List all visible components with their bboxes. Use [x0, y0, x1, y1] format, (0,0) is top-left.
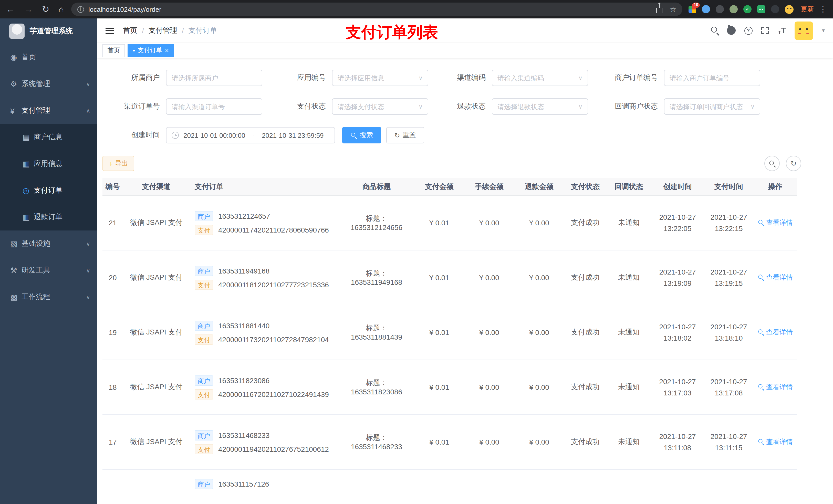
cell-id: 20: [102, 273, 123, 282]
extension-blue-icon[interactable]: [702, 5, 710, 13]
bookmark-star-icon[interactable]: ☆: [670, 5, 676, 13]
pay-order-no: 4200001194202110276752100612: [218, 445, 329, 453]
payment-submenu: ▤ 商户信息 ▦ 应用信息 ◎ 支付订单 ▥ 退款订单: [0, 124, 97, 231]
sidebar-item-label: 支付管理: [22, 106, 50, 115]
sidebar-item-label: 支付订单: [34, 186, 63, 195]
sidebar-item-label: 基础设施: [22, 239, 50, 248]
search-icon[interactable]: [711, 27, 718, 34]
logo-image: [9, 24, 25, 39]
sidebar-item-merchant-info[interactable]: ▤ 商户信息: [0, 124, 97, 150]
cell-actions: 查看详情: [753, 437, 797, 447]
pay-tag: 支付: [195, 444, 213, 454]
app-title: 芋道管理系统: [30, 27, 73, 36]
cell-pay-order: 商户1635311823086 支付4200001167202110271022…: [190, 371, 338, 403]
sidebar-item-system[interactable]: ⚙ 系统管理 ∨: [0, 71, 97, 97]
hamburger-icon[interactable]: [105, 27, 115, 33]
view-detail-link[interactable]: 查看详情: [757, 218, 793, 227]
filter-app-id: 应用编号 ∨: [275, 70, 428, 86]
filter-merchant-order-no: 商户订单编号: [600, 70, 760, 86]
url-bar[interactable]: i localhost:1024/pay/order ☆: [71, 3, 682, 16]
merchant-tag: 商户: [195, 266, 213, 276]
extension-black-icon[interactable]: [771, 5, 779, 13]
extension-emoji-icon[interactable]: [785, 5, 793, 14]
sidebar-item-refund-order[interactable]: ▥ 退款订单: [0, 204, 97, 231]
show-search-button[interactable]: [764, 156, 780, 171]
extension-check-icon[interactable]: ✓: [743, 5, 752, 13]
date-range-picker[interactable]: 2021-10-01 00:00:00 - 2021-10-31 23:59:5…: [166, 127, 335, 143]
cell-amount: ¥ 0.01: [415, 438, 463, 446]
magnifier-icon: [758, 275, 763, 280]
col-actions: 操作: [753, 182, 797, 191]
pay-status-select[interactable]: ∨: [332, 98, 428, 115]
tab-pay-order[interactable]: ● 支付订单 ×: [127, 44, 174, 57]
url-text[interactable]: localhost:1024/pay/order: [88, 5, 161, 13]
sidebar-item-pay-order[interactable]: ◎ 支付订单: [0, 177, 97, 204]
table-row: 21 微信 JSAPI 支付 商户1635312124657 支付4200001…: [102, 196, 797, 250]
filter-pay-status: 支付状态 ∨: [275, 98, 428, 115]
help-icon[interactable]: ?: [744, 26, 752, 34]
breadcrumb-home[interactable]: 首页: [123, 26, 137, 35]
github-icon[interactable]: [727, 26, 735, 35]
extension-chat-icon[interactable]: [757, 5, 765, 13]
col-channel: 支付渠道: [123, 182, 190, 191]
tab-home[interactable]: 首页: [102, 44, 125, 57]
back-icon[interactable]: ←: [6, 5, 15, 14]
fullscreen-icon[interactable]: [761, 27, 769, 34]
chevron-down-icon: ∨: [578, 103, 582, 110]
sidebar-item-label: 系统管理: [22, 79, 50, 89]
export-button[interactable]: ↓ 导出: [102, 156, 135, 171]
caret-down-icon[interactable]: ▾: [822, 27, 825, 34]
channel-code-select[interactable]: ∨: [492, 70, 588, 86]
date-separator: -: [252, 131, 255, 139]
site-info-icon[interactable]: i: [77, 6, 84, 13]
table-header: 编号 支付渠道 支付订单 商品标题 支付金额 手续金额 退款金额 支付状态 回调…: [102, 178, 797, 196]
sidebar-item-home[interactable]: ◉ 首页: [0, 44, 97, 71]
cell-channel: 微信 JSAPI 支付: [123, 328, 190, 337]
notify-status-select[interactable]: ∨: [664, 98, 760, 115]
channel-order-no-input[interactable]: [166, 98, 262, 115]
view-detail-link[interactable]: 查看详情: [757, 273, 793, 282]
app-id-select[interactable]: ∨: [332, 70, 428, 86]
cell-actions: 查看详情: [753, 273, 797, 283]
forward-icon[interactable]: →: [24, 5, 33, 14]
cell-pay-order: 商户1635311881440 支付4200001173202110272847…: [190, 317, 338, 348]
breadcrumb-pay[interactable]: 支付管理: [148, 26, 177, 35]
cell-title: 标题：1635311949168: [338, 269, 415, 286]
sidebar-item-payment[interactable]: ¥ 支付管理 ∧: [0, 97, 97, 124]
field-label: 退款状态: [441, 102, 492, 111]
browser-update-button[interactable]: 更新: [801, 5, 814, 14]
view-detail-link[interactable]: 查看详情: [757, 437, 793, 447]
font-size-icon[interactable]: TT: [778, 26, 786, 35]
cell-notify: 未通知: [607, 328, 651, 337]
cell-paid: 2021-10-2713:18:10: [705, 321, 753, 344]
browser-menu-icon[interactable]: ⋮: [819, 5, 827, 14]
avatar[interactable]: [795, 21, 813, 40]
sidebar-item-infrastructure[interactable]: ▧ 基础设施 ∨: [0, 231, 97, 257]
merchant-input[interactable]: [166, 70, 262, 86]
refresh-icon: ↻: [395, 132, 400, 139]
search-button[interactable]: 搜索: [342, 127, 381, 143]
reload-icon[interactable]: ↻: [42, 5, 49, 14]
share-icon[interactable]: [657, 8, 663, 13]
merchant-order-no-input[interactable]: [664, 70, 760, 86]
reset-button[interactable]: ↻ 重置: [386, 127, 424, 143]
view-detail-link[interactable]: 查看详情: [757, 328, 793, 337]
extension-green-icon[interactable]: [730, 5, 738, 13]
magnifier-icon: [758, 220, 763, 225]
sidebar-item-dev-tools[interactable]: ⚒ 研发工具 ∨: [0, 257, 97, 284]
close-icon[interactable]: ×: [165, 47, 169, 54]
sidebar-item-workflow[interactable]: ▩ 工作流程 ∨: [0, 284, 97, 310]
view-detail-link[interactable]: 查看详情: [757, 383, 793, 392]
extension-grid-icon[interactable]: 10: [689, 5, 696, 13]
sidebar-item-app-info[interactable]: ▦ 应用信息: [0, 150, 97, 177]
table-row: 20 微信 JSAPI 支付 商户1635311949168 支付4200001…: [102, 250, 797, 305]
refresh-button[interactable]: ↻: [786, 156, 801, 171]
cell-paid: 2021-10-2713:19:15: [705, 266, 753, 289]
extension-dark-icon[interactable]: [716, 5, 724, 13]
home-icon[interactable]: ⌂: [59, 5, 64, 14]
table-tools: ↻: [764, 156, 801, 171]
refund-status-select[interactable]: ∨: [492, 98, 588, 115]
field-label: 所属商户: [102, 73, 166, 82]
cell-amount: ¥ 0.01: [415, 328, 463, 337]
cell-refund: ¥ 0.00: [515, 219, 564, 227]
